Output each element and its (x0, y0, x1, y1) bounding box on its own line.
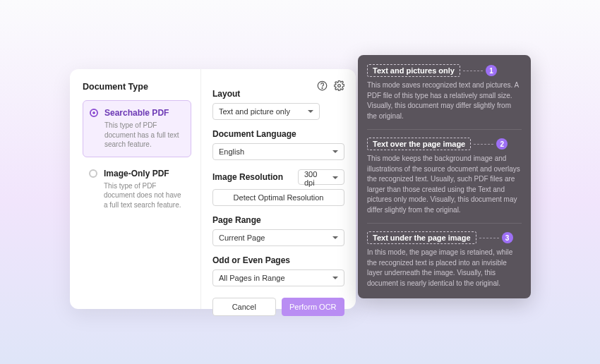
help-icon[interactable] (316, 80, 328, 91)
doctype-desc: This type of PDF document does not have … (104, 181, 184, 210)
oddeven-select[interactable]: All Pages in Range (212, 269, 344, 286)
marker-badge: 1 (486, 65, 497, 76)
tooltip-body: In this mode, the page image is retained… (367, 248, 522, 289)
oddeven-label: Odd or Even Pages (212, 255, 344, 265)
imgres-select[interactable]: 300 dpi (298, 169, 344, 185)
marker-badge: 3 (502, 232, 513, 243)
doctype-label: Searchable PDF (104, 108, 184, 118)
marker-badge: 2 (496, 138, 508, 150)
doclang-select[interactable]: English (212, 143, 344, 160)
tooltip-item: Text over the page image 2 This mode kee… (367, 137, 522, 224)
svg-point-1 (322, 87, 323, 88)
marker-line (463, 71, 483, 71)
doctype-desc: This type of PDF document has a full tex… (104, 121, 184, 150)
tooltip-item: Text under the page image 3 In this mode… (367, 231, 522, 289)
pagerange-select[interactable]: Current Page (212, 229, 344, 246)
doctype-searchable-pdf[interactable]: Searchable PDF This type of PDF document… (83, 100, 191, 157)
imgres-label: Image Resolution (212, 172, 283, 182)
detect-resolution-button[interactable]: Detect Optimal Resolution (212, 189, 344, 206)
marker-line (474, 144, 493, 145)
tooltip-body: This mode saves recognized text and pict… (367, 80, 522, 121)
settings-pane: Layout Text and picture only Document La… (201, 69, 356, 309)
doclang-label: Document Language (212, 129, 344, 139)
document-type-pane: Document Type Searchable PDF This type o… (70, 69, 201, 309)
tooltip-body: This mode keeps the background image and… (367, 154, 522, 215)
layout-tooltip: Text and pictures only 1 This mode saves… (358, 55, 531, 298)
radio-icon (89, 169, 97, 178)
tooltip-item: Text and pictures only 1 This mode saves… (367, 63, 522, 130)
tooltip-title: Text and pictures only (367, 64, 460, 77)
gear-icon[interactable] (333, 80, 344, 91)
document-type-title: Document Type (83, 82, 191, 92)
tooltip-title: Text over the page image (367, 138, 471, 150)
doctype-label: Image-Only PDF (104, 169, 184, 178)
tooltip-title: Text under the page image (367, 231, 476, 244)
perform-ocr-button[interactable]: Perform OCR (282, 298, 345, 316)
layout-select[interactable]: Text and picture only (212, 103, 320, 120)
svg-point-2 (337, 84, 340, 87)
doctype-image-only-pdf[interactable]: Image-Only PDF This type of PDF document… (83, 162, 191, 217)
pagerange-label: Page Range (212, 215, 344, 225)
marker-line (479, 238, 499, 238)
radio-icon (90, 109, 98, 117)
ocr-dialog: Document Type Searchable PDF This type o… (70, 69, 356, 309)
cancel-button[interactable]: Cancel (212, 298, 276, 316)
